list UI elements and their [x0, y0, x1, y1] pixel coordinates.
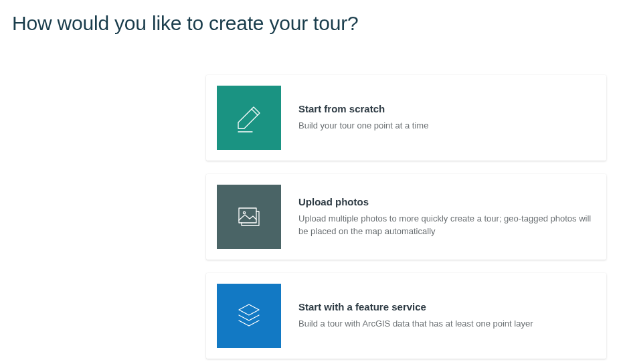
option-start-from-scratch[interactable]: Start from scratch Build your tour one p…	[206, 75, 606, 161]
option-upload-photos[interactable]: Upload photos Upload multiple photos to …	[206, 174, 606, 260]
option-text: Start with a feature service Build a tou…	[298, 301, 596, 331]
page-title: How would you like to create your tour?	[12, 12, 619, 35]
option-title: Start with a feature service	[298, 301, 596, 312]
option-description: Build your tour one point at a time	[298, 120, 596, 132]
svg-rect-2	[239, 208, 256, 223]
option-text: Start from scratch Build your tour one p…	[298, 103, 596, 132]
photo-stack-icon	[217, 185, 281, 249]
layers-icon	[217, 284, 281, 348]
pencil-icon	[217, 86, 281, 150]
option-feature-service[interactable]: Start with a feature service Build a tou…	[206, 273, 606, 359]
option-title: Upload photos	[298, 196, 596, 207]
option-list: Start from scratch Build your tour one p…	[206, 75, 606, 359]
svg-marker-4	[239, 304, 259, 315]
option-text: Upload photos Upload multiple photos to …	[298, 196, 596, 238]
option-title: Start from scratch	[298, 103, 596, 114]
option-description: Build a tour with ArcGIS data that has a…	[298, 318, 596, 331]
svg-point-3	[243, 211, 245, 213]
option-description: Upload multiple photos to more quickly c…	[298, 213, 596, 238]
